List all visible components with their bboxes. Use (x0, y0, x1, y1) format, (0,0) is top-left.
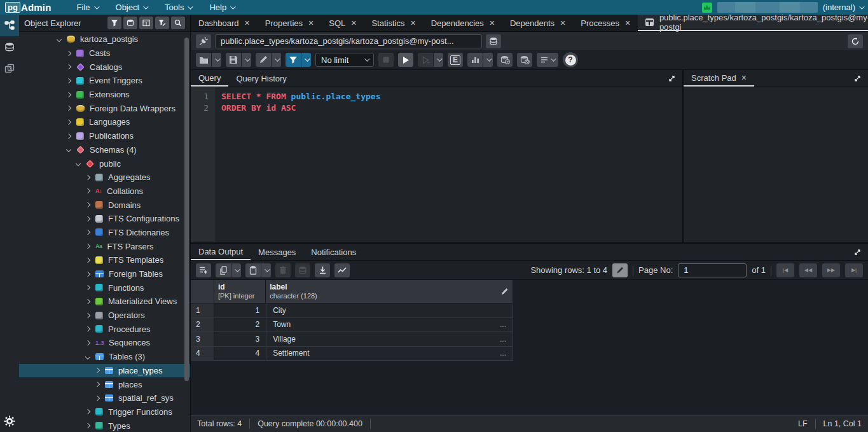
chevron-right-icon[interactable] (65, 119, 72, 125)
column-header-label[interactable]: label character (128) (266, 280, 513, 303)
refresh-layout-button[interactable] (848, 34, 863, 48)
filter-edit-button[interactable] (155, 17, 169, 29)
add-row-button[interactable] (196, 263, 211, 277)
prev-page-button[interactable]: ◀◀ (799, 263, 817, 277)
tab-messages[interactable]: Messages (251, 244, 303, 260)
tree-item-spatial-ref-sys[interactable]: spatial_ref_sys (19, 391, 190, 405)
cell-id[interactable]: 3 (214, 332, 266, 346)
first-page-button[interactable]: |◀ (776, 263, 794, 277)
explain-button[interactable]: E (448, 53, 463, 67)
query-tool-rail-item[interactable] (0, 36, 19, 58)
sql-editor[interactable]: 12 SELECT * FROM public.place_typesORDER… (191, 87, 682, 242)
close-icon[interactable]: × (490, 18, 495, 27)
connections-button[interactable] (123, 17, 137, 29)
tree-item-sequences[interactable]: 1..3Sequences (19, 336, 190, 350)
rollback-button[interactable] (517, 53, 532, 67)
tree-item-public[interactable]: public (19, 157, 190, 171)
tab-dashboard[interactable]: Dashboard× (191, 15, 258, 31)
connection-select[interactable]: public.place_types/kartoza_postgis/karto… (215, 34, 482, 48)
chevron-right-icon[interactable] (85, 326, 91, 332)
filter-button[interactable] (286, 53, 301, 67)
row-number-header[interactable] (191, 280, 214, 303)
cell-label[interactable]: City (266, 303, 513, 317)
explain-analyze-button[interactable] (467, 53, 483, 67)
tree-item-trigger-functions[interactable]: Trigger Functions (19, 405, 190, 419)
tree-item-schemas-4-[interactable]: Schemas (4) (19, 143, 190, 157)
tree-item-fts-templates[interactable]: FTS Templates (19, 253, 190, 267)
tree-item-extensions[interactable]: Extensions (19, 88, 190, 102)
cell-id[interactable]: 2 (214, 318, 266, 332)
row-number-cell[interactable]: 2 (191, 318, 214, 332)
open-file-button[interactable] (196, 53, 211, 67)
open-file-menu-button[interactable] (212, 53, 221, 67)
chevron-right-icon[interactable] (85, 298, 91, 305)
expand-query-panel-button[interactable] (661, 70, 682, 87)
edit-range-button[interactable] (612, 263, 628, 277)
tab-query[interactable]: Query (191, 70, 228, 87)
menu-object[interactable]: Object (107, 3, 156, 12)
tree-item-catalogs[interactable]: Catalogs (19, 60, 190, 74)
filter-button[interactable] (107, 17, 121, 29)
row-number-cell[interactable]: 3 (191, 332, 214, 346)
chevron-right-icon[interactable] (65, 133, 72, 139)
chevron-right-icon[interactable] (85, 271, 91, 277)
save-data-button[interactable] (295, 263, 310, 277)
chevron-right-icon[interactable] (94, 381, 100, 387)
tree-item-places[interactable]: places (19, 377, 190, 391)
explain-options-button[interactable] (483, 53, 493, 67)
tab-query-tool-active[interactable]: public.place_types/kartoza_postgis/karto… (638, 15, 868, 31)
edit-button[interactable] (256, 53, 271, 67)
cell-label[interactable]: Town... (266, 318, 513, 332)
close-icon[interactable]: × (410, 18, 415, 27)
cell-label[interactable]: Settlement... (266, 347, 513, 361)
tree-item-collations[interactable]: A↓Collations (19, 185, 190, 199)
tree-item-foreign-data-wrappers[interactable]: Foreign Data Wrappers (19, 101, 190, 115)
tree-scrollbar[interactable] (184, 38, 189, 381)
chevron-right-icon[interactable] (85, 216, 91, 222)
chevron-right-icon[interactable] (85, 340, 91, 346)
paste-options-button[interactable] (261, 263, 271, 277)
tree-item-types[interactable]: Types (19, 419, 190, 432)
chevron-right-icon[interactable] (85, 257, 91, 263)
copy-button[interactable] (216, 263, 231, 277)
preferences-button[interactable] (0, 410, 19, 432)
delete-row-button[interactable] (275, 263, 291, 277)
save-button[interactable] (226, 53, 241, 67)
chevron-right-icon[interactable] (85, 188, 91, 194)
download-button[interactable] (315, 263, 330, 277)
chevron-right-icon[interactable] (65, 78, 72, 84)
tree-item-fts-dictionaries[interactable]: FTS Dictionaries (19, 226, 190, 240)
chevron-right-icon[interactable] (94, 395, 100, 401)
row-limit-select[interactable]: No limit (315, 53, 374, 67)
column-header-id[interactable]: id [PK] integer (214, 280, 266, 303)
tree-item-functions[interactable]: Functions (19, 281, 190, 295)
chevron-down-icon[interactable] (75, 160, 81, 167)
tab-sql[interactable]: SQL× (321, 15, 364, 31)
tree-item-casts[interactable]: Casts (19, 46, 190, 60)
tree-item-fts-parsers[interactable]: AaFTS Parsers (19, 239, 190, 253)
paste-button[interactable] (245, 263, 261, 277)
chevron-down-icon[interactable] (56, 36, 62, 43)
close-icon[interactable]: × (245, 18, 250, 27)
tree-item-fts-configurations[interactable]: FTS Configurations (19, 212, 190, 226)
close-icon[interactable]: × (560, 18, 565, 27)
last-page-button[interactable]: ▶| (845, 263, 863, 277)
cell-id[interactable]: 1 (214, 303, 266, 317)
menu-help[interactable]: Help (200, 3, 243, 12)
tree-item-domains[interactable]: Domains (19, 198, 190, 212)
next-page-button[interactable]: ▶▶ (822, 263, 840, 277)
chevron-right-icon[interactable] (94, 367, 100, 373)
tree-item-aggregates[interactable]: Aggregates (19, 171, 190, 185)
tree-item-operators[interactable]: Operators (19, 309, 190, 323)
execute-script-button[interactable] (418, 53, 433, 67)
commit-button[interactable] (497, 53, 513, 67)
tree-item-languages[interactable]: Languages (19, 115, 190, 129)
close-icon[interactable]: × (741, 73, 747, 83)
macros-button[interactable] (537, 53, 558, 67)
user-menu[interactable]: (internal) (823, 3, 863, 12)
cell-label[interactable]: Village... (266, 332, 513, 346)
tree-item-foreign-tables[interactable]: Foreign Tables (19, 267, 190, 281)
chevron-right-icon[interactable] (85, 229, 91, 235)
tab-data-output[interactable]: Data Output (191, 244, 251, 260)
row-number-cell[interactable]: 4 (191, 347, 214, 361)
